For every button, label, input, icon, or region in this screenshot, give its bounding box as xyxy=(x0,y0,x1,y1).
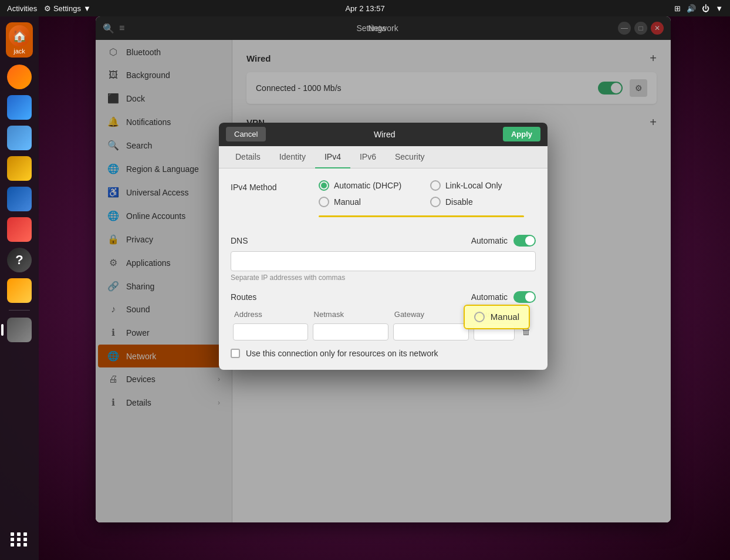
activities-button[interactable]: Activities xyxy=(7,4,37,13)
tab-ipv4[interactable]: IPv4 xyxy=(315,146,350,168)
user-avatar: 🏠 xyxy=(9,25,30,46)
dns-toggle-knob xyxy=(525,236,535,245)
dock-item-files[interactable] xyxy=(6,124,33,151)
dialog-apply-button[interactable]: Apply xyxy=(503,127,540,141)
routes-netmask-input[interactable] xyxy=(313,323,388,340)
dock-item-amazon[interactable] xyxy=(6,277,33,304)
dialog-tabs: Details Identity IPv4 IPv6 Security xyxy=(219,146,548,168)
dialog-title: Wired xyxy=(266,130,502,139)
use-connection-row: Use this connection only for resources o… xyxy=(231,349,536,358)
settings-icon xyxy=(7,318,32,342)
radio-auto-dhcp-label: Automatic (DHCP) xyxy=(334,181,401,190)
dock-item-settings[interactable] xyxy=(6,316,33,343)
routes-auto-label: Automatic xyxy=(471,292,508,302)
tab-security[interactable]: Security xyxy=(386,146,434,168)
software-icon xyxy=(7,217,32,242)
dialog-overlay: Cancel Wired Apply Details Identity IPv4… xyxy=(96,16,671,522)
dock-show-apps-button[interactable] xyxy=(6,526,33,553)
method-separator xyxy=(319,215,524,217)
power-icon[interactable]: ⏻ xyxy=(702,4,709,13)
ipv4-method-radio-group: Automatic (DHCP) Link-Local Only Manual xyxy=(319,180,524,224)
manual-highlight-box: Manual xyxy=(464,305,530,329)
dns-auto-toggle[interactable] xyxy=(513,235,536,247)
radio-manual-input[interactable] xyxy=(319,197,329,207)
topbar-left: Activities ⚙ Settings ▼ xyxy=(7,4,91,13)
tab-details[interactable]: Details xyxy=(226,146,270,168)
routes-col-netmask: Netmask xyxy=(310,308,391,321)
topbar-right: ⊞ 🔊 ⏻ ▼ xyxy=(674,4,723,13)
radio-manual[interactable]: Manual xyxy=(319,197,413,207)
routes-col-gateway: Gateway xyxy=(391,308,471,321)
topbar: Activities ⚙ Settings ▼ Apr 2 13:57 ⊞ 🔊 … xyxy=(0,0,730,16)
dock-item-mail[interactable] xyxy=(6,94,33,121)
files-icon xyxy=(7,126,32,150)
dns-section: DNS Automatic Separate IP addresses with… xyxy=(231,235,536,282)
radio-link-local[interactable]: Link-Local Only xyxy=(430,180,524,191)
radio-auto-dhcp[interactable]: Automatic (DHCP) xyxy=(319,180,413,191)
radio-auto-dhcp-input[interactable] xyxy=(319,180,329,191)
settings-window: 🔍 ≡ Settings Network — □ ✕ ⬡ Bluetooth 🖼… xyxy=(96,16,671,522)
radio-row-2: Manual Disable xyxy=(319,197,524,207)
apps-grid-icon xyxy=(11,532,28,546)
routes-header: Routes Automatic xyxy=(231,291,536,303)
rhythmbox-icon xyxy=(7,156,32,181)
ipv4-method-label: IPv4 Method xyxy=(231,180,307,192)
radio-disable-input[interactable] xyxy=(430,197,441,207)
dock-item-software[interactable] xyxy=(6,216,33,243)
routes-title: Routes xyxy=(231,292,471,302)
dns-label: DNS xyxy=(231,236,471,245)
dock-item-writer[interactable] xyxy=(6,185,33,212)
topbar-settings-arrow: ▼ xyxy=(83,4,91,13)
radio-disable-label: Disable xyxy=(445,197,473,207)
radio-manual-label: Manual xyxy=(334,197,361,207)
dock-user-item[interactable]: 🏠 jack xyxy=(6,22,33,58)
dns-input[interactable] xyxy=(231,251,536,271)
dns-header-row: DNS Automatic xyxy=(231,235,536,247)
amazon-icon xyxy=(7,278,32,303)
network-status-icon: ⊞ xyxy=(674,4,681,13)
system-menu-arrow[interactable]: ▼ xyxy=(715,4,723,13)
writer-icon xyxy=(7,187,32,211)
tab-ipv6[interactable]: IPv6 xyxy=(350,146,386,168)
highlight-manual-label: Manual xyxy=(491,312,519,322)
radio-link-local-label: Link-Local Only xyxy=(445,181,502,190)
wired-dialog: Cancel Wired Apply Details Identity IPv4… xyxy=(219,123,548,370)
topbar-settings-label: ⚙ Settings xyxy=(44,4,81,13)
help-icon: ? xyxy=(7,248,32,272)
volume-icon[interactable]: 🔊 xyxy=(687,4,696,13)
routes-col-address: Address xyxy=(231,308,310,321)
routes-gateway-input[interactable] xyxy=(393,323,469,340)
routes-toggle-knob xyxy=(525,292,535,302)
dock-item-firefox[interactable] xyxy=(6,63,33,90)
dialog-content: IPv4 Method Automatic (DHCP) Link-Local … xyxy=(219,168,548,370)
dock-item-rhythmbox[interactable] xyxy=(6,155,33,182)
dns-hint: Separate IP addresses with commas xyxy=(231,274,536,282)
dialog-cancel-button[interactable]: Cancel xyxy=(226,127,266,141)
dock-separator xyxy=(9,310,30,311)
radio-row-1: Automatic (DHCP) Link-Local Only xyxy=(319,180,524,191)
ipv4-method-row: IPv4 Method Automatic (DHCP) Link-Local … xyxy=(231,180,536,224)
routes-auto-toggle[interactable] xyxy=(513,291,536,303)
dns-auto-label: Automatic xyxy=(471,236,508,245)
user-name-label: jack xyxy=(13,48,25,55)
mail-icon xyxy=(7,95,32,120)
dock-item-help[interactable]: ? xyxy=(6,247,33,274)
firefox-icon xyxy=(7,65,32,89)
dialog-titlebar: Cancel Wired Apply xyxy=(219,123,548,146)
use-connection-label: Use this connection only for resources o… xyxy=(246,349,438,358)
topbar-settings-indicator[interactable]: ⚙ Settings ▼ xyxy=(44,4,90,13)
radio-disable[interactable]: Disable xyxy=(430,197,524,207)
topbar-datetime: Apr 2 13:57 xyxy=(345,4,384,13)
use-connection-checkbox[interactable] xyxy=(231,349,240,358)
dock: 🏠 jack ? xyxy=(0,16,39,560)
routes-address-input[interactable] xyxy=(233,323,308,340)
tab-identity[interactable]: Identity xyxy=(270,146,315,168)
radio-link-local-input[interactable] xyxy=(430,180,441,191)
highlight-radio-input xyxy=(474,312,485,322)
